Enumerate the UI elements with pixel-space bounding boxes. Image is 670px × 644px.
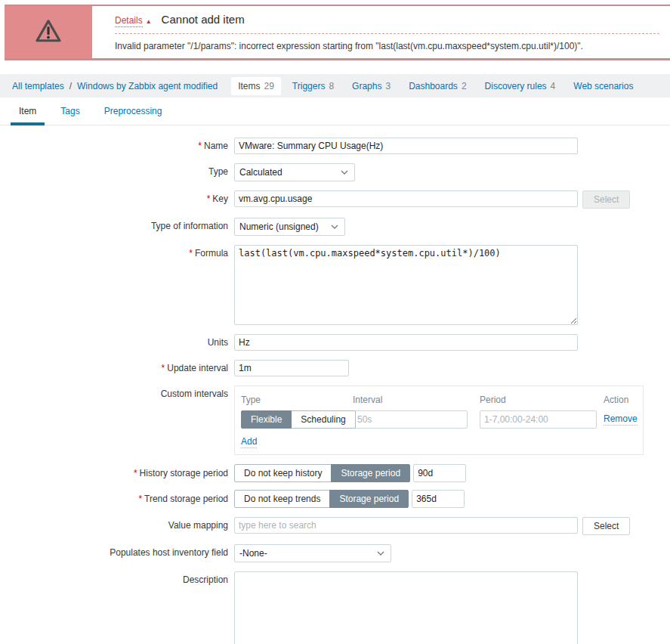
form-row-value-mapping: Value mapping Select — [0, 517, 670, 535]
nav-item-label: Items — [238, 81, 260, 91]
nav-item-dashboards[interactable]: Dashboards 2 — [402, 77, 473, 95]
form-row-trends: *Trend storage period Do not keep trends… — [0, 490, 670, 508]
type-of-information-value: Numeric (unsigned) — [239, 221, 319, 232]
nav-item-triggers[interactable]: Triggers 8 — [286, 77, 341, 95]
flexible-toggle-button[interactable]: Flexible — [241, 410, 292, 429]
form-row-key: *Key Select — [0, 190, 670, 209]
error-banner: Details ▲ Cannot add item Invalid parame… — [5, 5, 670, 60]
nav-item-label: Triggers — [292, 81, 326, 91]
nav-item-count: 3 — [385, 81, 391, 91]
nav-item-count: 8 — [329, 81, 334, 91]
interval-input[interactable] — [353, 410, 468, 429]
type-select-value: Calculated — [239, 167, 283, 178]
column-header-period: Period — [480, 392, 604, 410]
tab-item[interactable]: Item — [11, 98, 45, 125]
scheduling-toggle-button[interactable]: Scheduling — [291, 410, 355, 429]
period-input[interactable] — [480, 410, 597, 429]
nav-item-graphs[interactable]: Graphs 3 — [345, 77, 397, 95]
do-not-keep-trends-button[interactable]: Do not keep trends — [234, 490, 330, 508]
custom-intervals-label: Custom intervals — [0, 385, 228, 455]
trends-label: *Trend storage period — [0, 490, 228, 508]
history-period-input[interactable] — [413, 464, 466, 482]
nav-item-label: Discovery rules — [485, 81, 547, 91]
error-message: Invalid parameter "/1/params": incorrect… — [115, 41, 659, 51]
tab-tags[interactable]: Tags — [52, 98, 88, 125]
warning-triangle-icon — [35, 18, 62, 46]
form-row-update-interval: *Update interval — [0, 360, 670, 376]
item-form: *Name Type Calculated *Key Select Type o… — [0, 125, 670, 644]
trend-period-input[interactable] — [412, 490, 465, 508]
form-row-formula: *Formula last(last(vm.cpu.maxspeed*syste… — [0, 245, 670, 325]
update-interval-input[interactable] — [234, 360, 349, 376]
trend-storage-period-button[interactable]: Storage period — [329, 490, 409, 508]
type-label: Type — [0, 163, 228, 181]
form-row-units: Units — [0, 334, 670, 351]
column-header-interval: Interval — [353, 392, 480, 410]
form-row-custom-intervals: Custom intervals Type Interval Period Ac… — [0, 385, 670, 455]
nav-item-count: 29 — [264, 81, 273, 91]
form-row-name: *Name — [0, 138, 670, 154]
custom-intervals-box: Type Interval Period Action Flexible Sch… — [234, 385, 644, 455]
nav-item-label: Dashboards — [409, 81, 458, 91]
chevron-down-icon — [341, 170, 348, 175]
description-label: Description — [0, 571, 228, 644]
key-label: *Key — [0, 190, 228, 209]
value-mapping-input[interactable] — [234, 517, 578, 534]
form-row-description: Description — [0, 571, 670, 644]
nav-item-discovery-rules[interactable]: Discovery rules 4 — [478, 77, 563, 95]
form-row-history: *History storage period Do not keep hist… — [0, 464, 670, 482]
do-not-keep-history-button[interactable]: Do not keep history — [234, 464, 332, 482]
nav-item-label: Graphs — [352, 81, 381, 91]
caret-up-icon: ▲ — [146, 18, 152, 25]
units-input[interactable] — [234, 334, 578, 351]
history-label: *History storage period — [0, 464, 228, 482]
nav-item-items[interactable]: Items 29 — [231, 77, 281, 95]
column-header-type: Type — [241, 392, 353, 410]
remove-interval-link[interactable]: Remove — [604, 413, 638, 426]
form-row-type: Type Calculated — [0, 163, 670, 181]
nav-item-count: 2 — [462, 81, 467, 91]
formula-label: *Formula — [0, 245, 228, 325]
value-mapping-select-button[interactable]: Select — [582, 517, 630, 535]
breadcrumb-template-name[interactable]: Windows by Zabbix agent modified — [77, 81, 218, 91]
error-title: Cannot add item — [162, 13, 245, 26]
formula-textarea[interactable]: last(last(vm.cpu.maxspeed*system.cpu.uti… — [234, 245, 578, 325]
populates-select[interactable]: -None- — [234, 544, 391, 562]
name-input[interactable] — [234, 138, 578, 154]
form-row-populates: Populates host inventory field -None- — [0, 544, 670, 562]
update-interval-label: *Update interval — [0, 360, 228, 376]
add-interval-link[interactable]: Add — [241, 436, 257, 448]
type-of-information-label: Type of information — [0, 218, 228, 236]
value-mapping-label: Value mapping — [0, 517, 228, 535]
name-label: *Name — [0, 138, 228, 154]
key-input[interactable] — [234, 190, 578, 207]
interval-type-toggle: Flexible Scheduling — [241, 410, 353, 429]
nav-item-label: Web scenarios — [573, 81, 633, 91]
type-select[interactable]: Calculated — [234, 163, 355, 181]
type-of-information-select[interactable]: Numeric (unsigned) — [234, 218, 345, 236]
breadcrumb-separator: / — [69, 81, 72, 91]
units-label: Units — [0, 334, 228, 351]
column-header-action: Action — [604, 392, 638, 410]
chevron-down-icon — [331, 224, 338, 229]
key-select-button: Select — [582, 190, 630, 209]
error-icon-strip — [5, 6, 92, 58]
description-textarea[interactable] — [234, 571, 578, 644]
form-tabs: Item Tags Preprocessing — [0, 98, 670, 125]
breadcrumb-all-templates[interactable]: All templates — [12, 81, 64, 91]
chevron-down-icon — [377, 551, 384, 556]
tab-preprocessing[interactable]: Preprocessing — [96, 98, 171, 125]
nav-item-web-scenarios[interactable]: Web scenarios — [567, 77, 640, 95]
error-separator — [115, 33, 659, 34]
error-body: Details ▲ Cannot add item Invalid parame… — [92, 6, 670, 58]
form-row-type-of-information: Type of information Numeric (unsigned) — [0, 218, 670, 236]
object-nav: Items 29 Triggers 8 Graphs 3 Dashboards … — [231, 77, 644, 95]
breadcrumb-strip: All templates / Windows by Zabbix agent … — [0, 74, 670, 98]
nav-item-count: 4 — [551, 81, 556, 91]
populates-label: Populates host inventory field — [0, 544, 228, 562]
history-storage-period-button[interactable]: Storage period — [331, 464, 410, 482]
populates-select-value: -None- — [239, 548, 267, 559]
error-details-link[interactable]: Details — [115, 15, 143, 27]
